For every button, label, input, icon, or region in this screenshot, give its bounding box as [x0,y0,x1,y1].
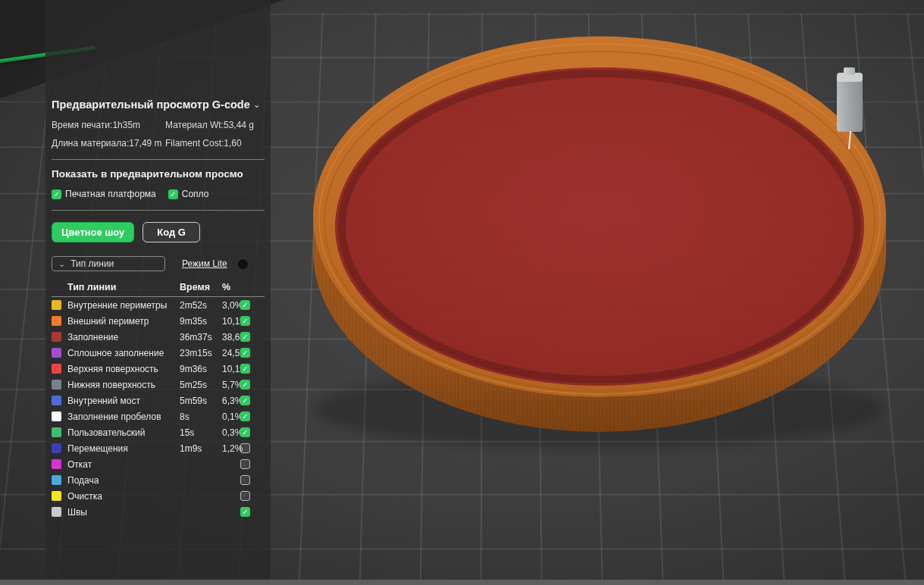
filament-cost-stat: Filament Cost:1,60 [165,138,265,149]
stat-label: Материал Wt: [165,120,224,130]
table-row[interactable]: Перемещения 1m9s 1,2% [52,440,265,456]
line-type-label: Пользовательский [67,427,180,438]
line-type-percent: 10,1% [222,364,240,374]
table-row[interactable]: Подача [52,472,265,488]
line-type-time: 9m35s [180,316,222,327]
line-type-label: Очистка [67,491,180,502]
line-type-percent: 38,6% [222,332,240,343]
line-type-label: Внешний периметр [67,316,180,327]
page-title: Предварительный просмотр G-code [52,99,250,111]
line-type-color-swatch [52,427,61,437]
line-type-label: Нижняя поверхность [67,380,180,390]
header-percent: % [222,282,240,292]
line-type-table-body: Внутренние периметры 2m52s 3,0% ✓ Внешни… [52,297,265,520]
line-type-color-swatch [52,332,61,342]
table-row[interactable]: Заполнение 36m37s 38,6% ✓ [52,329,265,345]
mode-lite-link[interactable]: Режим Lite [182,258,227,269]
line-type-time: 5m59s [180,396,222,406]
divider [52,210,265,211]
gcode-button[interactable]: Код G [143,222,200,242]
print-time-stat: Время печати:1h35m [52,120,165,130]
table-row[interactable]: Швы ✓ [52,504,265,520]
line-type-label: Заполнение пробелов [67,411,180,422]
stat-value: 17,49 m [129,138,161,149]
line-type-time: 5m25s [180,380,222,390]
line-type-checkbox[interactable]: ✓ [240,300,250,310]
line-type-checkbox[interactable]: ✓ [240,427,250,437]
preview-checkbox[interactable]: ✓ Сопло [168,189,209,199]
line-type-label: Верхняя поверхность [67,364,180,374]
line-type-percent: 1,2% [222,443,240,454]
line-type-color-swatch [52,459,61,469]
line-type-percent: 3,0% [222,300,240,311]
line-type-percent: 6,3% [222,396,240,406]
stat-value: 53,44 g [224,120,254,130]
line-type-label: Откат [67,459,180,470]
line-type-time: 1m9s [180,443,222,454]
line-type-label: Перемещения [67,443,180,454]
timeline-scrollbar[interactable] [0,580,924,585]
stat-label: Длина материала: [52,138,129,149]
line-type-checkbox[interactable] [240,491,250,501]
header-type: Тип линии [67,282,180,292]
line-type-filter-row: ⌄ Тип линии Режим Lite [52,256,265,271]
line-type-checkbox[interactable] [240,443,250,453]
stat-label: Время печати: [52,120,112,130]
line-type-color-swatch [52,348,61,358]
table-row[interactable]: Очистка [52,488,265,504]
table-row[interactable]: Внутренние периметры 2m52s 3,0% ✓ [52,297,265,313]
table-row[interactable]: Нижняя поверхность 5m25s 5,7% ✓ [52,377,265,393]
mode-toggle-dot[interactable] [238,259,248,269]
line-type-checkbox[interactable]: ✓ [240,348,250,358]
view-mode-buttons: Цветное шоу Код G [52,222,265,242]
line-type-dropdown[interactable]: ⌄ Тип линии [52,256,165,271]
chevron-down-icon[interactable]: ⌄ [253,99,261,110]
line-type-checkbox[interactable]: ✓ [240,332,250,342]
table-row[interactable]: Внешний периметр 9m35s 10,1% ✓ [52,313,265,329]
prime-tower-knob [844,67,855,75]
table-row[interactable]: Верхняя поверхность 9m36s 10,1% ✓ [52,361,265,377]
line-type-time: 23m15s [180,348,222,358]
table-row[interactable]: Сплошное заполнение 23m15s 24,5% ✓ [52,345,265,361]
checkbox-icon[interactable]: ✓ [168,189,178,199]
line-type-label: Швы [67,507,180,518]
line-type-color-swatch [52,475,61,485]
line-type-checkbox[interactable]: ✓ [240,411,250,421]
line-type-dropdown-value: Тип линии [70,258,114,269]
line-type-color-swatch [52,300,61,310]
table-row[interactable]: Пользовательский 15s 0,3% ✓ [52,424,265,440]
chevron-down-icon: ⌄ [58,259,65,269]
line-type-checkbox[interactable]: ✓ [240,396,250,405]
line-type-percent: 0,3% [222,427,240,438]
checkbox-icon[interactable]: ✓ [52,189,61,199]
line-type-label: Внутренние периметры [67,300,180,311]
header-time: Время [180,282,222,292]
line-type-checkbox[interactable] [240,459,250,469]
table-row[interactable]: Откат [52,456,265,472]
stat-label: Filament Cost: [165,138,224,149]
preview-checkbox[interactable]: ✓ Печатная платформа [52,189,156,199]
preview-toggles: ✓ Печатная платформа ✓ Сопло [52,189,265,199]
line-type-checkbox[interactable]: ✓ [240,316,250,326]
material-weight-stat: Материал Wt:53,44 g [165,120,265,130]
stat-value: 1h35m [112,120,140,130]
line-type-color-swatch [52,364,61,374]
line-type-label: Заполнение [67,332,180,343]
color-show-button[interactable]: Цветное шоу [52,222,134,242]
table-row[interactable]: Внутренний мост 5m59s 6,3% ✓ [52,393,265,408]
table-row[interactable]: Заполнение пробелов 8s 0,1% ✓ [52,408,265,424]
line-type-checkbox[interactable]: ✓ [240,507,250,517]
line-type-checkbox[interactable] [240,475,250,485]
line-type-label: Сплошное заполнение [67,348,180,358]
line-type-time: 36m37s [180,332,222,343]
checkbox-label: Печатная платформа [65,189,156,199]
line-type-checkbox[interactable]: ✓ [240,380,250,389]
material-length-stat: Длина материала:17,49 m [52,138,165,149]
gcode-preview-panel: Предварительный просмотр G-code ⌄ Время … [45,0,271,585]
print-stats: Время печати:1h35m Материал Wt:53,44 g Д… [52,120,265,149]
line-type-time: 9m36s [180,364,222,374]
line-type-time: 8s [180,411,222,422]
line-type-percent: 24,5% [222,348,240,358]
line-type-checkbox[interactable]: ✓ [240,364,250,374]
line-type-percent: 10,1% [222,316,240,327]
